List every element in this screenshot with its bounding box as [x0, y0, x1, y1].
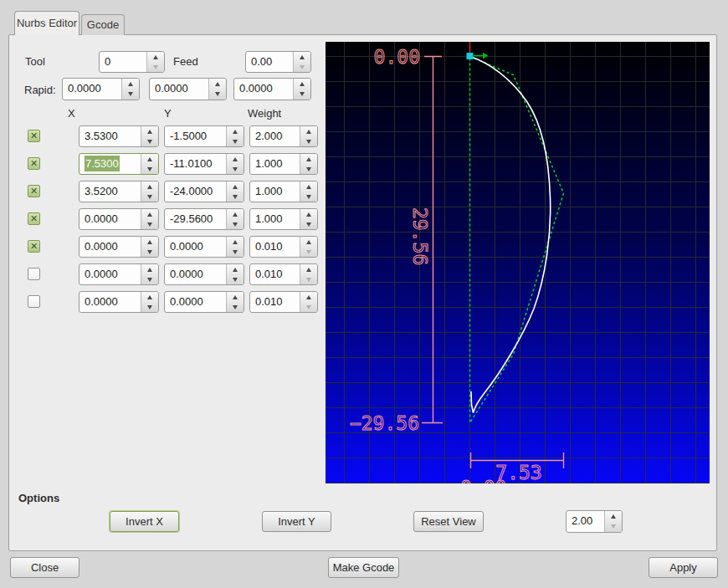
spin-down-icon[interactable]: [294, 62, 310, 72]
spin-up-icon[interactable]: [227, 292, 244, 302]
spin-up-icon[interactable]: [300, 209, 317, 219]
row3-x-value[interactable]: 3.5200: [79, 182, 141, 202]
row6-y-value[interactable]: 0.0000: [165, 264, 226, 284]
row1-weight-spin[interactable]: 2.000: [249, 125, 318, 147]
tab-gcode[interactable]: Gcode: [81, 14, 125, 35]
apply-button[interactable]: Apply: [649, 557, 718, 578]
spin-down-icon[interactable]: [300, 192, 317, 202]
row3-enable-checkbox[interactable]: ✕: [28, 185, 40, 197]
spin-up-icon[interactable]: [141, 292, 158, 302]
spin-up-icon[interactable]: [300, 237, 317, 247]
start-point-marker[interactable]: [467, 53, 474, 59]
row4-x-value[interactable]: 0.0000: [79, 209, 141, 229]
row5-weight-spin[interactable]: 0.010: [249, 236, 318, 258]
spin-down-icon[interactable]: [147, 62, 164, 72]
spin-up-icon[interactable]: [141, 209, 158, 219]
row3-y-spin[interactable]: -24.0000: [164, 181, 244, 202]
row4-x-spin[interactable]: 0.0000: [79, 208, 159, 230]
row7-weight-spin[interactable]: 0.010: [249, 291, 318, 313]
spin-down-icon[interactable]: [227, 247, 244, 257]
row5-y-value[interactable]: 0.0000: [165, 237, 226, 257]
spin-down-icon[interactable]: [227, 164, 244, 174]
row6-x-value[interactable]: 0.0000: [79, 264, 141, 284]
row2-x-value[interactable]: 7.5300: [79, 154, 141, 174]
spin-down-icon[interactable]: [300, 164, 317, 174]
row4-y-value[interactable]: -29.5600: [165, 209, 226, 229]
spin-up-icon[interactable]: [122, 79, 139, 89]
row3-x-spin[interactable]: 3.5200: [79, 181, 159, 202]
row1-x-value[interactable]: 3.5300: [79, 126, 141, 146]
invert-x-button[interactable]: Invert X: [110, 511, 179, 532]
spin-down-icon[interactable]: [300, 302, 317, 312]
spin-up-icon[interactable]: [141, 237, 158, 247]
spin-up-icon[interactable]: [227, 126, 244, 136]
make-gcode-button[interactable]: Make Gcode: [328, 557, 399, 578]
row5-enable-checkbox[interactable]: ✕: [28, 240, 40, 253]
spin-up-icon[interactable]: [141, 154, 158, 164]
rapid-x-value[interactable]: 0.0000: [63, 79, 121, 100]
spin-down-icon[interactable]: [300, 247, 317, 257]
row5-y-spin[interactable]: 0.0000: [164, 236, 244, 258]
spin-up-icon[interactable]: [209, 79, 226, 89]
row2-y-spin[interactable]: -11.0100: [164, 153, 244, 175]
spin-up-icon[interactable]: [300, 182, 317, 192]
row7-enable-checkbox[interactable]: [28, 295, 40, 308]
grid-size-value[interactable]: 2.00: [567, 511, 604, 532]
spin-down-icon[interactable]: [300, 219, 317, 229]
row6-enable-checkbox[interactable]: [28, 268, 40, 280]
reset-view-button[interactable]: Reset View: [413, 511, 484, 532]
row1-y-spin[interactable]: -1.5000: [164, 125, 244, 147]
spin-down-icon[interactable]: [141, 302, 158, 312]
spin-down-icon[interactable]: [605, 522, 622, 533]
grid-size-spin[interactable]: 2.00: [566, 510, 623, 533]
row3-weight-value[interactable]: 1.000: [250, 182, 300, 202]
spin-down-icon[interactable]: [227, 136, 244, 146]
invert-y-button[interactable]: Invert Y: [262, 511, 331, 532]
spin-up-icon[interactable]: [300, 264, 317, 274]
spin-down-icon[interactable]: [300, 136, 317, 146]
rapid-y-value[interactable]: 0.0000: [150, 79, 208, 100]
nurbs-preview-canvas[interactable]: 0.00 29.56 −29.56 7.53 0.00: [326, 42, 710, 483]
row3-y-value[interactable]: -24.0000: [165, 182, 226, 202]
row6-weight-value[interactable]: 0.010: [250, 264, 300, 284]
row4-enable-checkbox[interactable]: ✕: [28, 212, 40, 225]
spin-down-icon[interactable]: [227, 219, 244, 229]
spin-down-icon[interactable]: [141, 274, 158, 284]
spin-up-icon[interactable]: [227, 209, 244, 219]
row7-x-value[interactable]: 0.0000: [79, 292, 141, 312]
row4-weight-value[interactable]: 1.000: [250, 209, 300, 229]
spin-down-icon[interactable]: [141, 219, 158, 229]
spin-up-icon[interactable]: [141, 126, 158, 136]
spin-down-icon[interactable]: [141, 192, 158, 202]
spin-up-icon[interactable]: [605, 511, 622, 522]
spin-down-icon[interactable]: [141, 136, 158, 146]
row5-x-value[interactable]: 0.0000: [79, 237, 141, 257]
row2-weight-value[interactable]: 1.000: [250, 154, 300, 174]
row6-weight-spin[interactable]: 0.010: [249, 263, 318, 285]
rapid-y-spin[interactable]: 0.0000: [149, 78, 227, 100]
spin-down-icon[interactable]: [227, 274, 244, 284]
row7-y-spin[interactable]: 0.0000: [164, 291, 244, 313]
row2-enable-checkbox[interactable]: ✕: [28, 157, 40, 170]
feed-spin[interactable]: 0.00: [245, 51, 311, 73]
row1-y-value[interactable]: -1.5000: [165, 126, 226, 146]
row3-weight-spin[interactable]: 1.000: [249, 181, 318, 202]
spin-down-icon[interactable]: [227, 192, 244, 202]
spin-up-icon[interactable]: [141, 264, 158, 274]
spin-up-icon[interactable]: [294, 79, 310, 89]
rapid-z-spin[interactable]: 0.0000: [233, 78, 311, 100]
spin-up-icon[interactable]: [227, 237, 244, 247]
spin-up-icon[interactable]: [147, 52, 164, 62]
row7-weight-value[interactable]: 0.010: [250, 292, 300, 312]
spin-down-icon[interactable]: [300, 274, 317, 284]
spin-down-icon[interactable]: [209, 89, 226, 100]
row1-weight-value[interactable]: 2.000: [250, 126, 300, 146]
row5-weight-value[interactable]: 0.010: [250, 237, 300, 257]
spin-up-icon[interactable]: [227, 264, 244, 274]
feed-value[interactable]: 0.00: [246, 52, 293, 72]
row6-x-spin[interactable]: 0.0000: [79, 263, 159, 285]
spin-up-icon[interactable]: [300, 292, 317, 302]
row5-x-spin[interactable]: 0.0000: [79, 236, 159, 258]
spin-down-icon[interactable]: [294, 89, 310, 100]
spin-up-icon[interactable]: [227, 154, 244, 164]
